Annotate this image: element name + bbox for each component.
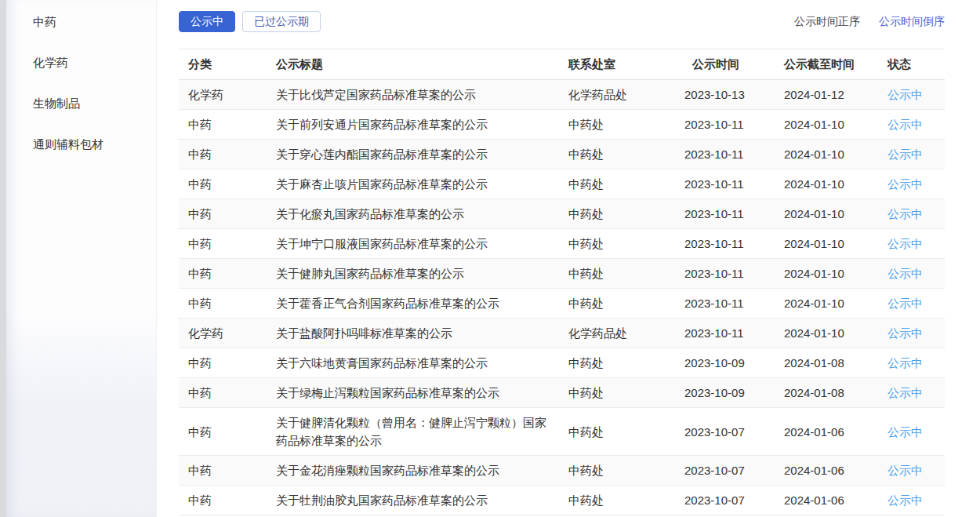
cell-deadline: 2024-01-10 (784, 140, 878, 169)
main-content: 公示中 已过公示期 公示时间正序 公示时间倒序 分类 公示标题 联系处室 公示时… (157, 0, 980, 517)
status-link[interactable]: 公示中 (887, 356, 923, 370)
cell-category: 中药 (179, 259, 276, 289)
cell-title[interactable]: 关于坤宁口服液国家药品标准草案的公示 (276, 229, 568, 259)
col-header-publish-date: 公示时间 (684, 49, 784, 80)
sidebar: 中药 化学药 生物制品 通则辅料包材 (6, 0, 157, 517)
cell-office: 中药处 (568, 199, 684, 229)
sort-time-asc-link[interactable]: 公示时间正序 (794, 15, 860, 29)
cell-publish-date: 2023-10-09 (684, 348, 784, 378)
cell-deadline: 2024-01-08 (784, 378, 878, 408)
cell-title[interactable]: 关于藿香正气合剂国家药品标准草案的公示 (276, 289, 568, 319)
table-row: 中药 关于前列安通片国家药品标准草案的公示 中药处 2023-10-11 202… (179, 110, 945, 140)
cell-title[interactable]: 关于麻杏止咳片国家药品标准草案的公示 (276, 169, 568, 199)
tab-expired-publicity[interactable]: 已过公示期 (242, 11, 321, 32)
cell-title[interactable]: 关于穿心莲内酯国家药品标准草案的公示 (276, 140, 568, 169)
cell-category: 中药 (179, 348, 276, 378)
cell-deadline: 2024-01-06 (784, 408, 878, 456)
cell-office: 化学药品处 (568, 80, 684, 110)
table-row: 中药 关于藿香正气合剂国家药品标准草案的公示 中药处 2023-10-11 20… (179, 289, 945, 319)
cell-title[interactable]: 关于健脾清化颗粒（曾用名：健脾止泻宁颗粒）国家药品标准草案的公示 (276, 408, 568, 456)
cell-title[interactable]: 关于牡荆油胶丸国家药品标准草案的公示 (276, 486, 568, 515)
tab-in-publicity[interactable]: 公示中 (179, 11, 235, 32)
cell-publish-date: 2023-10-11 (684, 319, 784, 348)
cell-publish-date: 2023-10-07 (684, 456, 784, 486)
cell-title[interactable]: 关于化瘀丸国家药品标准草案的公示 (276, 199, 568, 229)
cell-office: 中药处 (568, 348, 684, 378)
status-link[interactable]: 公示中 (887, 147, 923, 161)
sidebar-item-tcm[interactable]: 中药 (6, 2, 156, 42)
cell-deadline: 2024-01-10 (784, 259, 878, 289)
table-row: 中药 关于化瘀丸国家药品标准草案的公示 中药处 2023-10-11 2024-… (179, 199, 945, 229)
cell-deadline: 2024-01-08 (784, 348, 878, 378)
cell-office: 中药处 (568, 289, 684, 319)
status-link[interactable]: 公示中 (887, 386, 923, 399)
sidebar-item-general-rules[interactable]: 通则辅料包材 (6, 124, 156, 165)
table-row: 化学药 关于比伐芦定国家药品标准草案的公示 化学药品处 2023-10-13 2… (179, 80, 945, 110)
app-root: 中药 化学药 生物制品 通则辅料包材 公示中 已过公示期 公示时间正序 公示时间… (0, 0, 980, 517)
status-link[interactable]: 公示中 (887, 237, 923, 250)
cell-deadline: 2024-01-06 (784, 456, 878, 486)
cell-publish-date: 2023-10-11 (684, 229, 784, 259)
cell-title[interactable]: 关于比伐芦定国家药品标准草案的公示 (276, 80, 568, 110)
cell-office: 中药处 (568, 408, 684, 456)
status-link[interactable]: 公示中 (887, 88, 923, 101)
status-link[interactable]: 公示中 (887, 464, 923, 477)
cell-deadline: 2024-01-12 (784, 80, 878, 110)
status-link[interactable]: 公示中 (887, 118, 923, 131)
cell-office: 中药处 (568, 486, 684, 515)
cell-category: 化学药 (179, 80, 276, 110)
status-link[interactable]: 公示中 (887, 326, 923, 340)
cell-category: 中药 (179, 229, 276, 259)
cell-category: 中药 (179, 289, 276, 319)
sort-controls: 公示时间正序 公示时间倒序 (794, 15, 945, 29)
left-edge-strip (0, 0, 6, 517)
toolbar: 公示中 已过公示期 公示时间正序 公示时间倒序 (179, 11, 945, 32)
cell-category: 中药 (179, 199, 276, 229)
status-link[interactable]: 公示中 (887, 207, 923, 220)
sidebar-item-biological[interactable]: 生物制品 (6, 83, 156, 124)
cell-title[interactable]: 关于金花消痤颗粒国家药品标准草案的公示 (276, 456, 568, 486)
cell-publish-date: 2023-10-11 (684, 259, 784, 289)
table-row: 中药 关于麻杏止咳片国家药品标准草案的公示 中药处 2023-10-11 202… (179, 169, 945, 199)
col-header-status: 状态 (878, 49, 945, 80)
sort-time-desc-link[interactable]: 公示时间倒序 (879, 15, 945, 29)
status-link[interactable]: 公示中 (887, 267, 923, 280)
cell-publish-date: 2023-10-13 (684, 80, 784, 110)
table-row: 中药 关于坤宁口服液国家药品标准草案的公示 中药处 2023-10-11 202… (179, 229, 945, 259)
cell-publish-date: 2023-10-07 (684, 486, 784, 515)
status-link[interactable]: 公示中 (887, 425, 923, 439)
cell-office: 中药处 (568, 378, 684, 408)
status-link[interactable]: 公示中 (887, 177, 923, 191)
cell-title[interactable]: 关于盐酸阿扑吗啡标准草案的公示 (276, 319, 568, 348)
sidebar-item-chemical[interactable]: 化学药 (6, 42, 156, 83)
table-row: 中药 关于健肺丸国家药品标准草案的公示 中药处 2023-10-11 2024-… (179, 259, 945, 289)
cell-category: 中药 (179, 456, 276, 486)
cell-category: 化学药 (179, 319, 276, 348)
cell-deadline: 2024-01-10 (784, 199, 878, 229)
table-row: 中药 关于绿梅止泻颗粒国家药品标准草案的公示 中药处 2023-10-09 20… (179, 378, 945, 408)
cell-publish-date: 2023-10-09 (684, 378, 784, 408)
cell-office: 中药处 (568, 259, 684, 289)
cell-deadline: 2024-01-10 (784, 229, 878, 259)
status-link[interactable]: 公示中 (887, 297, 923, 310)
publicity-table: 分类 公示标题 联系处室 公示时间 公示截至时间 状态 化学药 关于比伐芦定国家… (179, 49, 945, 515)
cell-title[interactable]: 关于前列安通片国家药品标准草案的公示 (276, 110, 568, 140)
cell-category: 中药 (179, 140, 276, 169)
table-row: 化学药 关于盐酸阿扑吗啡标准草案的公示 化学药品处 2023-10-11 202… (179, 319, 945, 348)
cell-category: 中药 (179, 408, 276, 456)
cell-title[interactable]: 关于六味地黄膏国家药品标准草案的公示 (276, 348, 568, 378)
cell-category: 中药 (179, 378, 276, 408)
col-header-office: 联系处室 (568, 49, 684, 80)
cell-category: 中药 (179, 486, 276, 515)
table-row: 中药 关于金花消痤颗粒国家药品标准草案的公示 中药处 2023-10-07 20… (179, 456, 945, 486)
cell-deadline: 2024-01-10 (784, 289, 878, 319)
status-link[interactable]: 公示中 (887, 493, 923, 507)
cell-office: 中药处 (568, 229, 684, 259)
cell-deadline: 2024-01-10 (784, 319, 878, 348)
status-filter-tabs: 公示中 已过公示期 (179, 11, 321, 32)
cell-title[interactable]: 关于健肺丸国家药品标准草案的公示 (276, 259, 568, 289)
cell-title[interactable]: 关于绿梅止泻颗粒国家药品标准草案的公示 (276, 378, 568, 408)
cell-publish-date: 2023-10-11 (684, 140, 784, 169)
table-row: 中药 关于六味地黄膏国家药品标准草案的公示 中药处 2023-10-09 202… (179, 348, 945, 378)
cell-category: 中药 (179, 110, 276, 140)
